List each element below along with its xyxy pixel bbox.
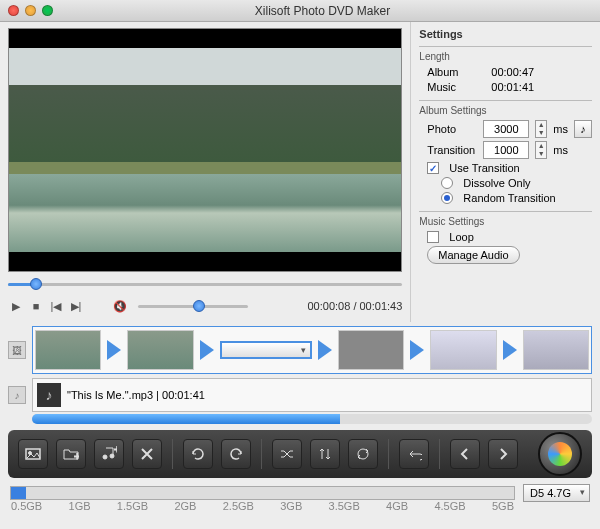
- music-icon[interactable]: ♪: [8, 386, 26, 404]
- loop-label: Loop: [449, 231, 473, 243]
- music-settings-label: Music Settings: [419, 216, 592, 227]
- delete-button[interactable]: [132, 439, 162, 469]
- undo-button[interactable]: [399, 439, 429, 469]
- dissolve-only-label: Dissolve Only: [463, 177, 530, 189]
- disc-ticks: 0.5GB1GB1.5GB2GB2.5GB3GB3.5GB4GB4.5GB5GB: [11, 499, 514, 512]
- timeline-thumb[interactable]: [338, 330, 404, 370]
- photo-timeline[interactable]: [32, 326, 592, 374]
- length-label: Length: [419, 51, 592, 62]
- timeline-thumb[interactable]: [523, 330, 589, 370]
- minimize-icon[interactable]: [25, 5, 36, 16]
- refresh-button[interactable]: [348, 439, 378, 469]
- image-icon[interactable]: 🖼: [8, 341, 26, 359]
- dissolve-only-radio[interactable]: [441, 177, 453, 189]
- transition-icon[interactable]: [406, 330, 428, 370]
- audio-track-label: "This Is Me.".mp3 | 00:01:41: [67, 389, 205, 401]
- album-length-value: 00:00:47: [483, 66, 534, 78]
- transition-icon[interactable]: [314, 330, 336, 370]
- photo-strip-row: 🖼: [8, 326, 592, 374]
- titlebar: Xilisoft Photo DVD Maker: [0, 0, 600, 22]
- transition-label: Transition: [419, 144, 477, 156]
- length-group: Length Album00:00:47 Music00:01:41: [419, 46, 592, 96]
- window-controls: [8, 5, 53, 16]
- random-transition-label: Random Transition: [463, 192, 555, 204]
- window-title: Xilisoft Photo DVD Maker: [53, 4, 592, 18]
- rotate-ccw-button[interactable]: [183, 439, 213, 469]
- audio-strip-row: ♪ ♪ "This Is Me.".mp3 | 00:01:41: [8, 378, 592, 412]
- manage-audio-button[interactable]: Manage Audio: [427, 246, 519, 264]
- rotate-cw-button[interactable]: [221, 439, 251, 469]
- disc-usage-bar: 0.5GB1GB1.5GB2GB2.5GB3GB3.5GB4GB4.5GB5GB: [10, 486, 515, 500]
- timeline-thumb[interactable]: [430, 330, 496, 370]
- disc-type-select[interactable]: D5 4.7G: [523, 484, 590, 502]
- timeline-thumb[interactable]: [127, 330, 193, 370]
- svg-point-3: [103, 455, 107, 459]
- transition-icon[interactable]: [196, 330, 218, 370]
- settings-heading: Settings: [419, 28, 592, 40]
- prev-button[interactable]: |◀: [48, 298, 64, 314]
- transition-stepper[interactable]: ▲▼: [535, 141, 547, 159]
- mute-button[interactable]: 🔇: [112, 298, 128, 314]
- album-settings-label: Album Settings: [419, 105, 592, 116]
- move-left-button[interactable]: [450, 439, 480, 469]
- volume-slider[interactable]: [138, 300, 248, 312]
- transition-icon[interactable]: [499, 330, 521, 370]
- close-icon[interactable]: [8, 5, 19, 16]
- audio-progress[interactable]: [32, 414, 592, 424]
- music-length-label: Music: [419, 81, 477, 93]
- seek-slider[interactable]: [8, 276, 402, 292]
- move-right-button[interactable]: [488, 439, 518, 469]
- main-toolbar: + +: [8, 430, 592, 478]
- timeline-thumb[interactable]: [220, 341, 312, 359]
- settings-panel: Settings Length Album00:00:47 Music00:01…: [410, 22, 600, 322]
- random-transition-radio[interactable]: [441, 192, 453, 204]
- burn-button[interactable]: [538, 432, 582, 476]
- photo-stepper[interactable]: ▲▼: [535, 120, 547, 138]
- transition-icon[interactable]: [103, 330, 125, 370]
- use-transition-checkbox[interactable]: [427, 162, 439, 174]
- svg-text:+: +: [114, 446, 117, 455]
- add-image-button[interactable]: [18, 439, 48, 469]
- next-button[interactable]: ▶|: [68, 298, 84, 314]
- music-settings-group: Music Settings Loop Manage Audio: [419, 211, 592, 267]
- audio-file-icon: ♪: [37, 383, 61, 407]
- use-transition-label: Use Transition: [449, 162, 519, 174]
- transition-unit: ms: [553, 144, 568, 156]
- audio-track-bar[interactable]: ♪ "This Is Me.".mp3 | 00:01:41: [32, 378, 592, 412]
- svg-text:+: +: [74, 450, 79, 462]
- transition-duration-input[interactable]: [483, 141, 529, 159]
- shuffle-button[interactable]: [272, 439, 302, 469]
- loop-checkbox[interactable]: [427, 231, 439, 243]
- add-folder-button[interactable]: +: [56, 439, 86, 469]
- photo-duration-input[interactable]: [483, 120, 529, 138]
- album-length-label: Album: [419, 66, 477, 78]
- music-note-button[interactable]: ♪: [574, 120, 592, 138]
- timeline-thumb[interactable]: [35, 330, 101, 370]
- play-button[interactable]: ▶: [8, 298, 24, 314]
- album-settings-group: Album Settings Photo ▲▼ ms ♪ Transition …: [419, 100, 592, 207]
- photo-unit: ms: [553, 123, 568, 135]
- sort-button[interactable]: [310, 439, 340, 469]
- preview-panel: ▶ ■ |◀ ▶| 🔇 00:00:08 / 00:01:43: [0, 22, 410, 322]
- playback-time: 00:00:08 / 00:01:43: [308, 300, 403, 312]
- zoom-icon[interactable]: [42, 5, 53, 16]
- music-length-value: 00:01:41: [483, 81, 534, 93]
- photo-label: Photo: [419, 123, 477, 135]
- add-music-button[interactable]: +: [94, 439, 124, 469]
- video-preview[interactable]: [8, 28, 402, 272]
- stop-button[interactable]: ■: [28, 298, 44, 314]
